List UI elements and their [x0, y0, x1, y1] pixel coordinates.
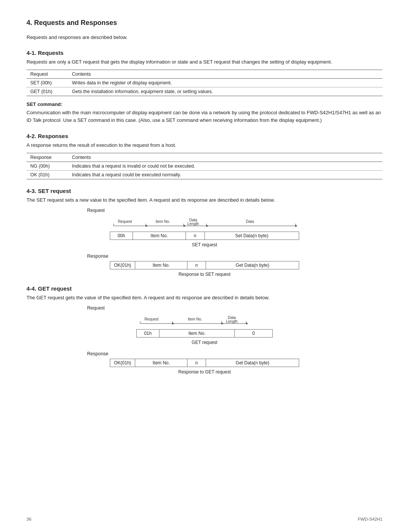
- svg-marker-15: [184, 225, 186, 227]
- svg-text:Request: Request: [144, 317, 158, 321]
- table-cell: 01h: [137, 329, 159, 337]
- responses-col-response: Response: [27, 153, 68, 162]
- section-44-heading: 4-4. GET request: [27, 285, 382, 292]
- table-cell: Item No.: [135, 261, 187, 269]
- set-command-body: Communication with the main microcompute…: [27, 109, 382, 124]
- section-43-body: The SET request sets a new value to the …: [27, 196, 382, 204]
- set-request-diagram: Request Request Item No. Data Length: [27, 208, 382, 247]
- svg-text:Item No.: Item No.: [188, 317, 202, 321]
- table-cell: Indicates that a request could be execut…: [68, 170, 382, 179]
- svg-text:Item No.: Item No.: [156, 219, 170, 224]
- section-42: 4-2. Responses A response returns the re…: [27, 133, 382, 179]
- responses-table: Response Contents NG (00h)Indicates that…: [27, 153, 382, 179]
- get-resp-diagram: Response OK(01h)Item No.nGet Data(n byte…: [27, 351, 382, 375]
- table-cell: OK(01h): [110, 359, 135, 367]
- get-req-table: 01hItem No.0: [136, 329, 273, 338]
- svg-marker-29: [172, 322, 174, 325]
- intro-text: Requests and responses are described bel…: [27, 34, 382, 41]
- requests-col-request: Request: [27, 70, 68, 79]
- set-req-bracket: Request Item No. Data Length Data: [110, 215, 299, 230]
- page-title: 4. Requests and Responses: [27, 19, 382, 27]
- set-resp-diagram: Response OK(01h)Item No.nGet Data(n byte…: [27, 254, 382, 277]
- set-req-table: 00hItem No.nSet Data(n byte): [110, 232, 299, 240]
- table-cell: Writes data in the register of display e…: [68, 79, 382, 87]
- section-41-heading: 4-1. Requests: [27, 50, 382, 56]
- set-resp-label: Response: [87, 254, 108, 259]
- svg-marker-30: [222, 322, 223, 325]
- svg-marker-17: [295, 225, 297, 227]
- set-command-heading: SET command:: [27, 101, 382, 107]
- section-41: 4-1. Requests Requests are only a GET re…: [27, 50, 382, 124]
- footer-page-number: 36: [27, 517, 31, 521]
- table-cell: SET (00h): [27, 79, 68, 87]
- table-cell: OK(01h): [110, 261, 135, 269]
- table-cell: Item No.: [135, 359, 187, 367]
- table-cell: NG (00h): [27, 162, 68, 170]
- table-cell: Item No.: [133, 232, 186, 240]
- get-resp-label: Response: [87, 351, 108, 356]
- get-resp-table: OK(01h)Item No.nGet Data(n byte): [110, 359, 299, 367]
- svg-text:Request: Request: [118, 219, 132, 224]
- table-cell: Get Data(n byte): [206, 261, 299, 269]
- section-44-body: The GET request gets the value of the sp…: [27, 294, 382, 302]
- svg-text:Data: Data: [246, 219, 254, 224]
- table-cell: n: [187, 261, 206, 269]
- section-43-heading: 4-3. SET request: [27, 188, 382, 194]
- set-resp-table: OK(01h)Item No.nGet Data(n byte): [110, 261, 299, 269]
- table-cell: OK (01h): [27, 170, 68, 179]
- svg-marker-31: [246, 322, 248, 325]
- set-resp-caption: Response to SET request: [178, 272, 230, 277]
- requests-table: Request Contents SET (00h)Writes data in…: [27, 70, 382, 96]
- responses-col-contents: Contents: [68, 153, 382, 162]
- table-cell: Item No.: [159, 329, 234, 337]
- get-req-bracket: Request Item No. Data Length: [136, 313, 273, 328]
- table-cell: Set Data(n byte): [204, 232, 299, 240]
- table-cell: Indicates that a request is invalid or c…: [68, 162, 382, 170]
- table-cell: 0: [235, 329, 273, 337]
- section-42-body: A response returns the result of executi…: [27, 142, 382, 149]
- table-cell: Gets the installation information, equip…: [68, 87, 382, 96]
- get-req-label: Request: [87, 305, 105, 311]
- table-cell: n: [186, 232, 204, 240]
- footer-product: FWD-S42H1: [358, 517, 382, 521]
- svg-marker-14: [146, 225, 148, 227]
- table-cell: Get Data(n byte): [206, 359, 299, 367]
- get-request-diagram: Request Request Item No. Data Length 0: [27, 305, 382, 345]
- section-41-body: Requests are only a GET request that get…: [27, 58, 382, 66]
- svg-text:Length: Length: [226, 319, 238, 324]
- svg-marker-16: [206, 225, 208, 227]
- set-req-caption: SET request: [192, 242, 217, 247]
- section-42-heading: 4-2. Responses: [27, 133, 382, 139]
- table-cell: 00h: [110, 232, 133, 240]
- svg-text:Length: Length: [187, 222, 199, 226]
- requests-col-contents: Contents: [68, 70, 382, 79]
- footer: 36 FWD-S42H1: [27, 517, 382, 521]
- get-resp-caption: Response to GET request: [178, 369, 231, 375]
- get-req-caption: GET request: [192, 340, 217, 345]
- section-43: 4-3. SET request The SET request sets a …: [27, 188, 382, 277]
- section-44: 4-4. GET request The GET request gets th…: [27, 285, 382, 375]
- table-cell: GET (01h): [27, 87, 68, 96]
- table-cell: n: [187, 359, 206, 367]
- set-req-label: Request: [87, 208, 105, 213]
